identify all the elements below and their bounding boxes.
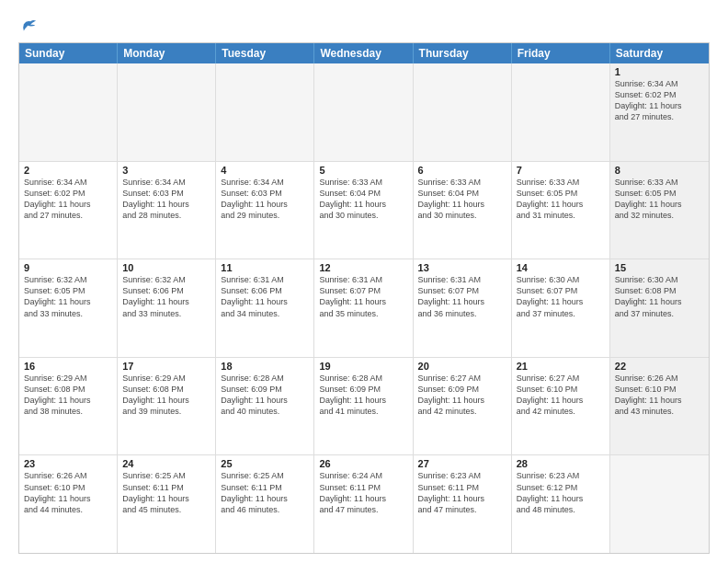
day-number: 15 bbox=[615, 262, 704, 273]
cal-cell-1-6: 8Sunrise: 6:33 AM Sunset: 6:05 PM Daylig… bbox=[610, 162, 709, 259]
cal-cell-2-0: 9Sunrise: 6:32 AM Sunset: 6:05 PM Daylig… bbox=[19, 259, 118, 357]
calendar-body: 1Sunrise: 6:34 AM Sunset: 6:02 PM Daylig… bbox=[19, 63, 709, 553]
cal-cell-2-6: 15Sunrise: 6:30 AM Sunset: 6:08 PM Dayli… bbox=[610, 259, 709, 357]
cal-header-cell-monday: Monday bbox=[118, 43, 216, 63]
day-number: 27 bbox=[418, 458, 506, 469]
cell-info: Sunrise: 6:24 AM Sunset: 6:11 PM Dayligh… bbox=[319, 470, 407, 515]
day-number: 16 bbox=[24, 361, 112, 372]
cell-info: Sunrise: 6:34 AM Sunset: 6:02 PM Dayligh… bbox=[24, 177, 112, 222]
cal-week-row-4: 23Sunrise: 6:26 AM Sunset: 6:10 PM Dayli… bbox=[19, 454, 709, 553]
day-number: 26 bbox=[319, 458, 407, 469]
cell-info: Sunrise: 6:25 AM Sunset: 6:11 PM Dayligh… bbox=[221, 470, 309, 515]
day-number: 5 bbox=[319, 165, 407, 176]
day-number: 28 bbox=[517, 458, 605, 469]
day-number: 18 bbox=[221, 361, 309, 372]
cal-cell-3-2: 18Sunrise: 6:28 AM Sunset: 6:09 PM Dayli… bbox=[216, 358, 314, 455]
day-number: 10 bbox=[122, 262, 210, 273]
cal-cell-2-4: 13Sunrise: 6:31 AM Sunset: 6:07 PM Dayli… bbox=[414, 259, 512, 357]
cal-cell-2-2: 11Sunrise: 6:31 AM Sunset: 6:06 PM Dayli… bbox=[216, 259, 314, 357]
cal-cell-0-1 bbox=[118, 63, 216, 161]
cal-week-row-3: 16Sunrise: 6:29 AM Sunset: 6:08 PM Dayli… bbox=[19, 357, 709, 455]
cell-info: Sunrise: 6:32 AM Sunset: 6:05 PM Dayligh… bbox=[24, 274, 112, 319]
cell-info: Sunrise: 6:33 AM Sunset: 6:04 PM Dayligh… bbox=[319, 177, 407, 222]
cal-cell-4-1: 24Sunrise: 6:25 AM Sunset: 6:11 PM Dayli… bbox=[118, 455, 216, 553]
calendar: SundayMondayTuesdayWednesdayThursdayFrid… bbox=[18, 42, 710, 554]
cal-cell-0-0 bbox=[19, 63, 118, 161]
page: SundayMondayTuesdayWednesdayThursdayFrid… bbox=[0, 0, 728, 563]
cal-week-row-2: 9Sunrise: 6:32 AM Sunset: 6:05 PM Daylig… bbox=[19, 259, 709, 357]
day-number: 19 bbox=[319, 361, 407, 372]
cell-info: Sunrise: 6:34 AM Sunset: 6:03 PM Dayligh… bbox=[122, 177, 210, 222]
cell-info: Sunrise: 6:33 AM Sunset: 6:05 PM Dayligh… bbox=[615, 177, 704, 222]
day-number: 9 bbox=[24, 262, 112, 273]
cell-info: Sunrise: 6:31 AM Sunset: 6:07 PM Dayligh… bbox=[418, 274, 506, 319]
cell-info: Sunrise: 6:25 AM Sunset: 6:11 PM Dayligh… bbox=[122, 470, 210, 515]
cal-header-cell-thursday: Thursday bbox=[414, 43, 512, 63]
cell-info: Sunrise: 6:34 AM Sunset: 6:03 PM Dayligh… bbox=[221, 177, 309, 222]
day-number: 24 bbox=[122, 458, 210, 469]
day-number: 12 bbox=[319, 262, 407, 273]
cell-info: Sunrise: 6:34 AM Sunset: 6:02 PM Dayligh… bbox=[615, 78, 704, 123]
cell-info: Sunrise: 6:30 AM Sunset: 6:08 PM Dayligh… bbox=[615, 274, 704, 319]
cal-cell-1-5: 7Sunrise: 6:33 AM Sunset: 6:05 PM Daylig… bbox=[512, 162, 610, 259]
cal-cell-0-5 bbox=[512, 63, 610, 161]
day-number: 8 bbox=[615, 165, 704, 176]
day-number: 3 bbox=[122, 165, 210, 176]
logo-bird-icon bbox=[18, 15, 39, 35]
cal-cell-0-6: 1Sunrise: 6:34 AM Sunset: 6:02 PM Daylig… bbox=[610, 63, 709, 161]
cell-info: Sunrise: 6:27 AM Sunset: 6:10 PM Dayligh… bbox=[517, 373, 605, 418]
day-number: 17 bbox=[122, 361, 210, 372]
cal-cell-4-0: 23Sunrise: 6:26 AM Sunset: 6:10 PM Dayli… bbox=[19, 455, 118, 553]
cal-cell-1-2: 4Sunrise: 6:34 AM Sunset: 6:03 PM Daylig… bbox=[216, 162, 314, 259]
cell-info: Sunrise: 6:28 AM Sunset: 6:09 PM Dayligh… bbox=[319, 373, 407, 418]
cal-cell-3-0: 16Sunrise: 6:29 AM Sunset: 6:08 PM Dayli… bbox=[19, 358, 118, 455]
cal-cell-4-2: 25Sunrise: 6:25 AM Sunset: 6:11 PM Dayli… bbox=[216, 455, 314, 553]
cal-header-cell-saturday: Saturday bbox=[610, 43, 709, 63]
day-number: 23 bbox=[24, 458, 112, 469]
cal-cell-2-3: 12Sunrise: 6:31 AM Sunset: 6:07 PM Dayli… bbox=[314, 259, 413, 357]
cal-cell-2-5: 14Sunrise: 6:30 AM Sunset: 6:07 PM Dayli… bbox=[512, 259, 610, 357]
cell-info: Sunrise: 6:28 AM Sunset: 6:09 PM Dayligh… bbox=[221, 373, 309, 418]
cal-week-row-1: 2Sunrise: 6:34 AM Sunset: 6:02 PM Daylig… bbox=[19, 161, 709, 259]
cell-info: Sunrise: 6:31 AM Sunset: 6:06 PM Dayligh… bbox=[221, 274, 309, 319]
cal-cell-3-5: 21Sunrise: 6:27 AM Sunset: 6:10 PM Dayli… bbox=[512, 358, 610, 455]
day-number: 7 bbox=[517, 165, 605, 176]
cal-cell-4-4: 27Sunrise: 6:23 AM Sunset: 6:11 PM Dayli… bbox=[414, 455, 512, 553]
day-number: 1 bbox=[615, 66, 704, 77]
cal-cell-4-5: 28Sunrise: 6:23 AM Sunset: 6:12 PM Dayli… bbox=[512, 455, 610, 553]
cell-info: Sunrise: 6:31 AM Sunset: 6:07 PM Dayligh… bbox=[319, 274, 407, 319]
cal-cell-1-4: 6Sunrise: 6:33 AM Sunset: 6:04 PM Daylig… bbox=[414, 162, 512, 259]
cal-week-row-0: 1Sunrise: 6:34 AM Sunset: 6:02 PM Daylig… bbox=[19, 63, 709, 161]
cell-info: Sunrise: 6:23 AM Sunset: 6:12 PM Dayligh… bbox=[517, 470, 605, 515]
cal-cell-4-3: 26Sunrise: 6:24 AM Sunset: 6:11 PM Dayli… bbox=[314, 455, 413, 553]
cal-cell-2-1: 10Sunrise: 6:32 AM Sunset: 6:06 PM Dayli… bbox=[118, 259, 216, 357]
cal-header-cell-friday: Friday bbox=[512, 43, 610, 63]
logo bbox=[18, 15, 42, 35]
cal-cell-3-6: 22Sunrise: 6:26 AM Sunset: 6:10 PM Dayli… bbox=[610, 358, 709, 455]
day-number: 4 bbox=[221, 165, 309, 176]
cal-cell-0-4 bbox=[414, 63, 512, 161]
day-number: 20 bbox=[418, 361, 506, 372]
cal-cell-1-3: 5Sunrise: 6:33 AM Sunset: 6:04 PM Daylig… bbox=[314, 162, 413, 259]
cell-info: Sunrise: 6:29 AM Sunset: 6:08 PM Dayligh… bbox=[24, 373, 112, 418]
day-number: 14 bbox=[517, 262, 605, 273]
day-number: 13 bbox=[418, 262, 506, 273]
cal-cell-3-3: 19Sunrise: 6:28 AM Sunset: 6:09 PM Dayli… bbox=[314, 358, 413, 455]
cal-cell-3-1: 17Sunrise: 6:29 AM Sunset: 6:08 PM Dayli… bbox=[118, 358, 216, 455]
cal-cell-3-4: 20Sunrise: 6:27 AM Sunset: 6:09 PM Dayli… bbox=[414, 358, 512, 455]
day-number: 11 bbox=[221, 262, 309, 273]
cell-info: Sunrise: 6:33 AM Sunset: 6:04 PM Dayligh… bbox=[418, 177, 506, 222]
cell-info: Sunrise: 6:29 AM Sunset: 6:08 PM Dayligh… bbox=[122, 373, 210, 418]
day-number: 22 bbox=[615, 361, 704, 372]
cal-cell-1-0: 2Sunrise: 6:34 AM Sunset: 6:02 PM Daylig… bbox=[19, 162, 118, 259]
calendar-header-row: SundayMondayTuesdayWednesdayThursdayFrid… bbox=[19, 43, 709, 63]
cal-header-cell-tuesday: Tuesday bbox=[216, 43, 314, 63]
cal-cell-1-1: 3Sunrise: 6:34 AM Sunset: 6:03 PM Daylig… bbox=[118, 162, 216, 259]
cell-info: Sunrise: 6:26 AM Sunset: 6:10 PM Dayligh… bbox=[615, 373, 704, 418]
cell-info: Sunrise: 6:27 AM Sunset: 6:09 PM Dayligh… bbox=[418, 373, 506, 418]
day-number: 2 bbox=[24, 165, 112, 176]
day-number: 6 bbox=[418, 165, 506, 176]
header bbox=[18, 15, 710, 35]
day-number: 25 bbox=[221, 458, 309, 469]
cell-info: Sunrise: 6:26 AM Sunset: 6:10 PM Dayligh… bbox=[24, 470, 112, 515]
